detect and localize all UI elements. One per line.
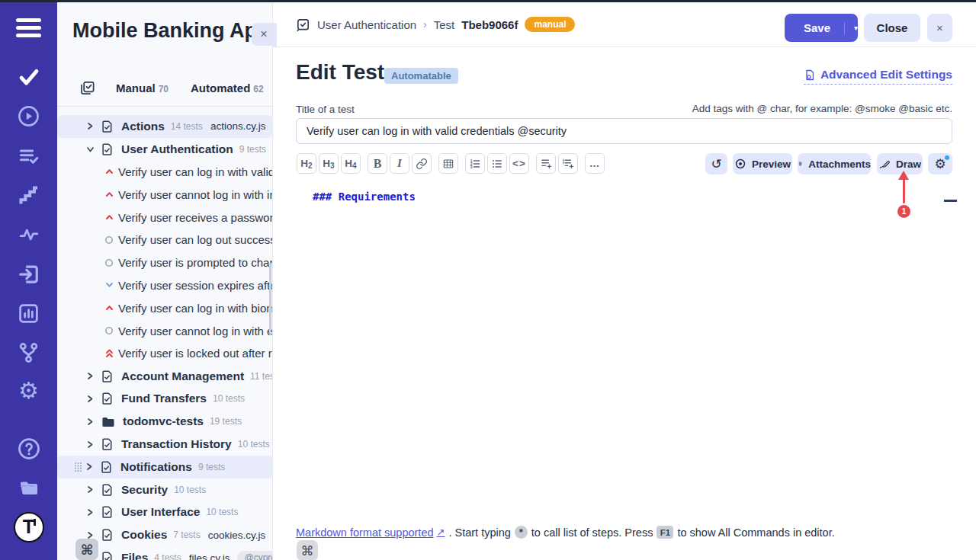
markdown-help-link[interactable]: Markdown format supported ↗ (296, 526, 445, 539)
document-icon (101, 392, 114, 405)
breadcrumb-separator: › (423, 18, 427, 30)
document-icon (101, 483, 114, 497)
toolbar-h2-button[interactable]: H2 (297, 153, 316, 174)
analytics-chart-icon[interactable] (0, 302, 57, 325)
branches-icon[interactable] (0, 341, 57, 364)
status-caret-up-icon (104, 167, 114, 176)
tab-manual[interactable]: Manual70 (116, 82, 169, 94)
chevron-right-icon[interactable] (86, 508, 95, 517)
tab-automated[interactable]: Automated62 (191, 82, 264, 94)
chevron-right-icon[interactable] (86, 372, 95, 380)
page-title: Edit Test (296, 60, 384, 85)
tree-test-row[interactable]: Verify user can log in with biometrics (57, 296, 273, 319)
toolbar-ordered-list-add-icon-button[interactable] (558, 153, 578, 174)
test-tree: Actions14 testsactions.cy.js@cypressUser… (57, 115, 273, 560)
breadcrumb-suite[interactable]: User Authentication (317, 18, 416, 31)
save-dropdown-caret[interactable]: ▾ (844, 22, 858, 34)
toolbar-bullet-list-icon-button[interactable] (487, 153, 507, 174)
close-x-button[interactable]: × (927, 14, 952, 42)
settings-gear-icon[interactable]: ⚙ (0, 379, 57, 402)
testomat-logo[interactable]: T (0, 512, 57, 542)
tree-suite-row[interactable]: Transaction History10 tests (57, 433, 273, 456)
tree-test-row[interactable]: Verify user can log in with valid creden… (57, 161, 273, 184)
toolbar-italic-button[interactable]: I (390, 153, 409, 174)
tree-suite-row[interactable]: todomvc-tests19 tests (57, 410, 273, 433)
help-icon[interactable] (0, 437, 57, 460)
toolbar-ordered-list-icon-button[interactable]: 123 (465, 153, 485, 174)
tree-test-row[interactable]: Verify user is prompted to change passwo… (57, 251, 273, 274)
save-button[interactable]: Save ▾ (785, 14, 858, 42)
tree-item-label: Cookies (121, 528, 167, 542)
document-icon (101, 120, 114, 133)
run-list-check-icon[interactable] (0, 146, 57, 167)
tree-test-row[interactable]: Verify user can log out successfully (57, 229, 273, 251)
chevron-right-icon[interactable] (86, 440, 95, 449)
multi-select-icon[interactable] (79, 80, 95, 99)
steps-icon[interactable] (0, 185, 57, 206)
toolbar-code-button[interactable]: <> (509, 153, 529, 174)
editor-content[interactable]: ### Requirements (296, 183, 952, 203)
editor-scrollbar[interactable] (944, 200, 957, 202)
tree-item-label: Notifications (120, 460, 192, 474)
test-count: 10 tests (174, 485, 206, 495)
tree-item-label: Verify user is prompted to change passwo… (118, 256, 273, 269)
chevron-down-icon[interactable] (86, 146, 95, 153)
tree-item-label: Verify user session expires after timeou… (118, 279, 273, 292)
chevron-right-icon[interactable] (85, 462, 94, 471)
toolbar-bullet-list-add-icon-button[interactable] (536, 153, 556, 174)
svg-text:3: 3 (470, 164, 473, 168)
chevron-right-icon[interactable] (86, 395, 95, 403)
tree-test-row[interactable]: Verify user is locked out after repeated… (57, 342, 273, 365)
toolbar-bold-button[interactable]: B (368, 153, 387, 174)
chevron-right-icon[interactable] (86, 122, 95, 130)
f1-key-badge: F1 (657, 526, 673, 539)
status-caret-up-icon (104, 190, 114, 199)
tree-suite-row[interactable]: User Interface10 tests (57, 501, 273, 524)
preview-button[interactable]: Preview (733, 153, 792, 174)
tree-item-label: todomvc-tests (123, 414, 204, 428)
tree-suite-row[interactable]: Actions14 testsactions.cy.js@cypress (57, 115, 273, 138)
toolbar-link-icon-button[interactable] (412, 153, 432, 174)
chevron-right-icon[interactable] (86, 418, 95, 426)
advanced-edit-settings-link[interactable]: Advanced Edit Settings (804, 68, 952, 85)
tree-test-row[interactable]: Verify user cannot log in with invalid c… (57, 183, 273, 206)
tree-test-row[interactable]: Verify user session expires after timeou… (57, 274, 273, 297)
tree-suite-row[interactable]: Notifications9 tests (57, 456, 273, 478)
run-play-icon[interactable] (0, 105, 57, 127)
test-count: 9 tests (198, 462, 225, 472)
test-title-input[interactable] (296, 118, 952, 144)
tree-suite-row[interactable]: Security10 tests (57, 478, 273, 501)
toolbar-more-button[interactable]: … (585, 153, 605, 174)
test-count: 10 tests (238, 439, 270, 450)
toolbar-h3-button[interactable]: H3 (319, 153, 339, 174)
hamburger-menu-icon[interactable] (0, 18, 57, 37)
document-icon (101, 551, 114, 560)
title-field-label: Title of a test (296, 104, 355, 115)
test-count: 10 tests (213, 393, 245, 404)
folder-icon (101, 415, 115, 428)
import-login-icon[interactable] (0, 263, 57, 286)
attachments-button[interactable]: Attachments (798, 153, 871, 174)
document-icon (101, 505, 114, 519)
pulse-icon[interactable] (0, 225, 57, 245)
close-button[interactable]: Close (864, 14, 920, 42)
toolbar-table-icon-button[interactable] (438, 153, 458, 174)
tree-suite-row[interactable]: Fund Transfers10 tests (57, 388, 273, 411)
tree-suite-row[interactable]: User Authentication9 tests (57, 138, 273, 161)
tree-test-row[interactable]: Verify user cannot log in with expired c… (57, 319, 273, 342)
tree-scrollbar[interactable] (269, 263, 271, 335)
tree-suite-row[interactable]: Account Management11 tests (57, 365, 273, 388)
tree-test-row[interactable]: Verify user receives a password reset em… (57, 206, 273, 229)
editor-settings-button[interactable]: ⚙ (928, 153, 952, 174)
projects-folder-icon[interactable] (0, 477, 57, 498)
tree-item-label: User Authentication (121, 142, 233, 156)
markdown-editor[interactable]: ### Requirements (296, 183, 952, 518)
chevron-right-icon[interactable] (86, 485, 95, 494)
history-button[interactable]: ↺ (705, 153, 727, 174)
breadcrumb-test-id[interactable]: Tbeb9066f (461, 18, 518, 31)
toolbar-h4-button[interactable]: H4 (341, 153, 361, 174)
drag-handle-icon[interactable] (74, 462, 82, 472)
test-count: 19 tests (210, 416, 242, 427)
tests-check-icon[interactable] (0, 66, 57, 88)
panel-close-button[interactable]: × (252, 23, 273, 46)
